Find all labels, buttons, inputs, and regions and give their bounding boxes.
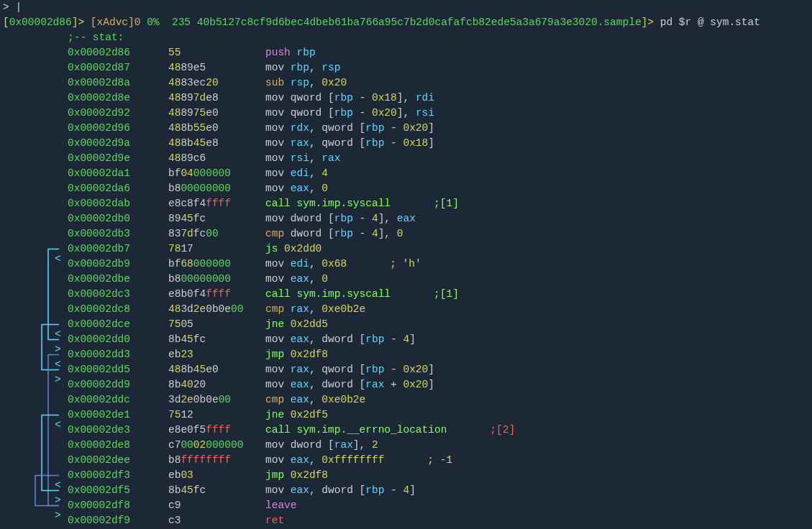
bytes: 55: [168, 45, 265, 60]
instruction: mov qword [rbp - 0x20], rsi: [265, 106, 434, 121]
instruction: call sym.imp.__errno_location: [265, 423, 447, 438]
bytes: 48897de8: [168, 91, 265, 106]
bytes: 488b45e8: [168, 136, 265, 151]
instruction: ret: [265, 513, 284, 528]
asm-line: >0x00002dd08b45fcmov eax, dword [rbp - 4…: [3, 332, 809, 347]
instruction: call sym.imp.syscall: [265, 196, 391, 211]
asm-line: >0x00002df8c9leave: [3, 498, 809, 513]
addr: 0x00002db7: [68, 242, 168, 257]
instruction: jmp 0x2df8: [265, 468, 328, 483]
instruction: mov dword [rbp - 4], eax: [265, 211, 416, 226]
instruction: cmp dword [rbp - 4], 0: [265, 226, 403, 242]
asm-line: 0x00002d8655push rbp: [3, 45, 809, 60]
instruction: mov eax, 0xffffffff: [265, 453, 384, 468]
asm-line: 0x00002d874889e5mov rbp, rsp: [3, 60, 809, 75]
addr: 0x00002da6: [68, 181, 168, 196]
addr: 0x00002d86: [68, 45, 168, 60]
instruction: mov eax, dword [rax + 0x20]: [265, 377, 434, 392]
addr: 0x00002d9a: [68, 136, 168, 151]
asm-line: 0x00002df9c3ret: [3, 513, 809, 528]
bytes: 4889c6: [168, 151, 265, 166]
addr: 0x00002de3: [68, 423, 168, 438]
instruction: mov eax, 0: [265, 181, 328, 196]
asm-line: <0x00002dce7505jne 0x2dd5: [3, 317, 809, 332]
bytes: 4883ec20: [168, 75, 265, 91]
bytes: 7512: [168, 408, 265, 423]
addr: 0x00002db3: [68, 226, 168, 242]
asm-line: 0x00002da1bf04000000mov edi, 4: [3, 166, 809, 181]
disassembly-listing[interactable]: 0x00002d8655push rbp0x00002d874889e5mov …: [3, 45, 809, 528]
asm-line: >0x00002df58b45fcmov eax, dword [rbp - 4…: [3, 483, 809, 498]
input-line[interactable]: > |: [3, 0, 809, 15]
asm-line: 0x00002deeb8ffffffffmov eax, 0xffffffff;…: [3, 453, 809, 468]
addr: 0x00002ddc: [68, 392, 168, 408]
instruction: mov rsi, rax: [265, 151, 340, 166]
bytes: c70002000000: [168, 438, 265, 453]
instruction: cmp rax, 0xe0b2e: [265, 302, 365, 317]
instruction: js 0x2dd0: [265, 242, 321, 257]
addr: 0x00002dd5: [68, 362, 168, 377]
asm-line: 0x00002db9bf68000000mov edi, 0x68; 'h': [3, 257, 809, 272]
bytes: 488b55e0: [168, 121, 265, 136]
comment: ;[1]: [391, 196, 459, 211]
bytes: 7505: [168, 317, 265, 332]
bytes: e8e0f5ffff: [168, 423, 265, 438]
instruction: call sym.imp.syscall: [265, 287, 391, 302]
instruction: mov rdx, qword [rbp - 0x20]: [265, 121, 434, 136]
addr: 0x00002d96: [68, 121, 168, 136]
instruction: mov rbp, rsp: [265, 60, 340, 75]
addr: 0x00002df5: [68, 483, 168, 498]
asm-line: 0x00002db3837dfc00cmp dword [rbp - 4], 0: [3, 226, 809, 242]
addr: 0x00002dc3: [68, 287, 168, 302]
bytes: eb23: [168, 347, 265, 362]
instruction: mov dword [rax], 2: [265, 438, 378, 453]
bytes: b800000000: [168, 181, 265, 196]
instruction: cmp eax, 0xe0b2e: [265, 392, 365, 408]
asm-line: 0x00002dc3e8b0f4ffffcall sym.imp.syscall…: [3, 287, 809, 302]
addr: 0x00002de1: [68, 408, 168, 423]
bytes: 488975e0: [168, 106, 265, 121]
comment: ; 'h': [347, 257, 421, 272]
asm-line: 0x00002da6b800000000mov eax, 0: [3, 181, 809, 196]
instruction: mov rax, qword [rbp - 0x18]: [265, 136, 434, 151]
addr: 0x00002dd9: [68, 377, 168, 392]
asm-line: 0x00002de3e8e0f5ffffcall sym.imp.__errno…: [3, 423, 809, 438]
asm-line: 0x00002d8e48897de8mov qword [rbp - 0x18]…: [3, 91, 809, 106]
addr: 0x00002dd3: [68, 347, 168, 362]
prompt-line: [0x00002d86]> [xAdvc]0 0% 235 40b5127c8c…: [3, 15, 809, 30]
bytes: eb03: [168, 468, 265, 483]
addr: 0x00002dee: [68, 453, 168, 468]
bytes: 8945fc: [168, 211, 265, 226]
asm-line: 0x00002d8a4883ec20sub rsp, 0x20: [3, 75, 809, 91]
addr: 0x00002da1: [68, 166, 168, 181]
asm-line: 0x00002dabe8c8f4ffffcall sym.imp.syscall…: [3, 196, 809, 211]
addr: 0x00002d92: [68, 106, 168, 121]
bytes: b800000000: [168, 272, 265, 287]
instruction: mov rax, qword [rbp - 0x20]: [265, 362, 434, 377]
instruction: jne 0x2dd5: [265, 317, 328, 332]
instruction: mov qword [rbp - 0x18], rdi: [265, 91, 434, 106]
instruction: mov eax, 0: [265, 272, 328, 287]
bytes: 488b45e0: [168, 362, 265, 377]
instruction: mov eax, dword [rbp - 4]: [265, 332, 416, 347]
comment: ;[1]: [391, 287, 459, 302]
bytes: c9: [168, 498, 265, 513]
asm-line: 0x00002dc8483d2e0b0e00cmp rax, 0xe0b2e: [3, 302, 809, 317]
asm-line: <0x00002db77817js 0x2dd0: [3, 242, 809, 257]
asm-line: >0x00002dd5488b45e0mov rax, qword [rbp -…: [3, 362, 809, 377]
addr: 0x00002dc8: [68, 302, 168, 317]
label-line: ;-- stat:: [3, 30, 809, 45]
addr: 0x00002db9: [68, 257, 168, 272]
comment: ; -1: [384, 453, 452, 468]
bytes: b8ffffffff: [168, 453, 265, 468]
instruction: sub rsp, 0x20: [265, 75, 347, 91]
addr: 0x00002dd0: [68, 332, 168, 347]
bytes: 8b45fc: [168, 483, 265, 498]
instruction: mov eax, dword [rbp - 4]: [265, 483, 416, 498]
comment: ;[2]: [447, 423, 515, 438]
bytes: e8c8f4ffff: [168, 196, 265, 211]
addr: 0x00002d9e: [68, 151, 168, 166]
terminal-view: > | [0x00002d86]> [xAdvc]0 0% 235 40b512…: [0, 0, 812, 528]
addr: 0x00002d8a: [68, 75, 168, 91]
addr: 0x00002df9: [68, 513, 168, 528]
